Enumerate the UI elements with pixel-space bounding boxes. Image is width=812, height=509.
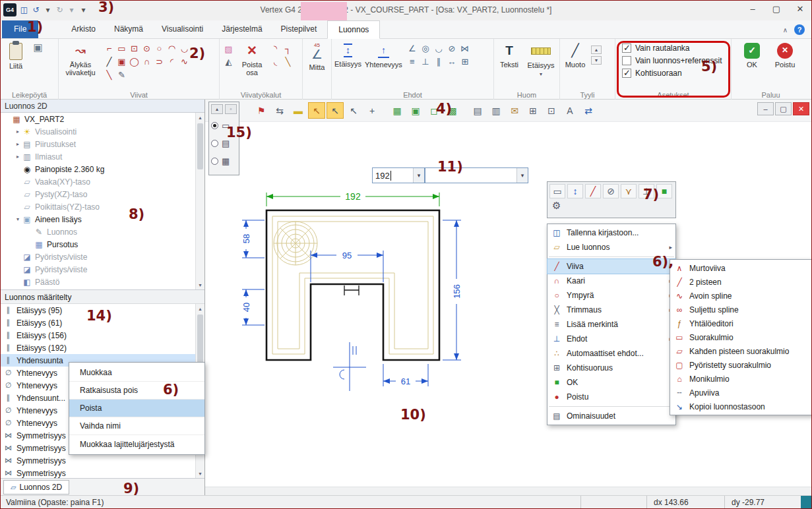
constraint-item[interactable]: ⋈ Symmetrisyys [1,467,195,478]
spin-down-button[interactable]: ▼ [591,56,602,65]
context-menu-item[interactable]: ● Poistu [547,390,675,404]
canvas-toolbar-icon[interactable]: ⇆ [271,102,288,119]
submenu-item[interactable]: ╌ Apuviiva [670,386,811,400]
constraint-icon[interactable]: ≡ [406,57,418,67]
constraint-icon[interactable]: ↔ [445,57,458,67]
app-logo-icon[interactable]: G4 [3,3,16,16]
radio-icon[interactable] [211,140,218,147]
child-restore-button[interactable]: ▢ [775,102,792,115]
line-tool-icon[interactable]: ⊡ [128,44,141,53]
tree-item[interactable]: ◪ Pyöristys/viiste [1,263,195,276]
context-menu-item[interactable]: ∩ Kaari ▸ [547,274,675,288]
qat-icon[interactable]: ↺ [31,5,41,15]
dimension-button[interactable]: Etäisyys ▾ [525,42,557,78]
line-tool-icon[interactable]: ∩ [141,57,153,67]
floating-toolbar-icon[interactable]: ▭ [549,184,565,198]
scroll-down-icon[interactable] [196,469,204,478]
qat-icon[interactable]: ↻ [55,5,65,15]
qat-icon[interactable]: ◫ [19,5,29,15]
line-tool-icon[interactable]: ◯ [128,57,141,67]
floating-toolbar-icon[interactable]: ╱ [585,184,601,198]
line-tool-icon[interactable]: ⊃ [153,57,166,67]
canvas-toolbar-icon[interactable]: A [561,102,578,119]
corner-tool-icon[interactable]: ┐ [282,44,294,53]
canvas-toolbar-icon[interactable]: ⊞ [524,102,542,119]
corner-tool-icon[interactable]: ◟ [269,57,282,67]
context-menu-item[interactable]: ╳ Trimmaus ▸ [547,303,675,317]
measure-button[interactable]: 45 ∠ Mitta [305,42,330,71]
menu-item[interactable]: Visualisointi [152,20,212,38]
constraint-icon[interactable]: ⋈ [458,44,471,53]
spin-up-button[interactable]: ▲ [591,45,602,54]
canvas-toolbar-icon[interactable]: ↖ [308,102,325,119]
qat-icon[interactable]: ▾ [43,5,53,15]
maximize-button[interactable]: ▢ [770,4,782,14]
tree-item[interactable]: ▱ Pysty(XZ)-taso [1,188,195,200]
combo-dropdown-icon[interactable] [413,168,424,183]
constraint-icon[interactable]: ⊥ [419,57,431,67]
tree-item[interactable]: ▸ ☀ Visualisointi [1,125,195,138]
qat-icon[interactable]: ▾ [78,5,88,15]
settings-checkbox[interactable]: Vain rautalanka [622,42,690,54]
constraint-icon[interactable]: ∥ [432,57,445,67]
exit-button[interactable]: ✕ Poistu [772,42,797,69]
linetool-icon[interactable]: ◭ [222,57,235,67]
submenu-item[interactable]: ∧ Murtoviiva [670,261,811,275]
expand-chevron-icon[interactable]: ▾ [14,216,22,222]
canvas-toolbar-icon[interactable]: ⇄ [580,102,597,119]
line-tool-icon[interactable]: ◜ [166,57,178,67]
scroll-thumb[interactable] [197,123,203,169]
context-menu-item[interactable]: Ratkaisusta pois [69,382,204,400]
canvas-toolbar-icon[interactable]: ▥ [487,102,505,119]
submenu-item[interactable]: ▭ Suorakulmio [670,330,811,344]
tab-luonnos[interactable]: Luonnos [327,20,380,39]
submenu-item[interactable]: ╱ 2 pisteen [670,275,811,289]
canvas-toolbar-icon[interactable]: + [363,102,381,119]
line-tool-icon[interactable]: ⌐ [103,44,115,53]
collapse-ribbon-icon[interactable]: ∧ [783,26,788,34]
corner-tool-icon[interactable]: ╲ [282,57,294,67]
dimension-value[interactable]: 192 [375,171,390,181]
tree-item[interactable]: ▸ ▤ Piirustukset [1,138,195,150]
help-icon[interactable]: ? [794,24,805,35]
canvas-horizontal-scrollbar[interactable] [205,487,811,495]
child-minimize-button[interactable]: – [757,102,774,115]
qat-icon[interactable]: ▾ [67,5,77,15]
coincident-constraint-button[interactable]: ↑ Yhtenevyys [365,42,402,69]
line-tool-icon[interactable]: ◠ [166,44,178,53]
submenu-item[interactable]: ▱ Kahden pisteen suorakulmio [670,344,811,358]
menu-item[interactable]: Näkymä [105,20,152,38]
tree-item[interactable]: ▦ VX_PART2 [1,113,195,125]
context-menu-item[interactable]: ○ Ympyrä ▸ [547,288,675,303]
submenu-item[interactable]: ⌂ Monikulmio [670,372,811,386]
floating-toolbar-icon[interactable]: ⋎ [621,184,637,198]
context-menu-item[interactable]: ≡ Lisää merkintä [547,317,675,332]
submenu-item[interactable]: ƒ Yhtälöeditori [670,316,811,330]
expand-chevron-icon[interactable]: ▸ [14,129,22,135]
canvas-toolbar-icon[interactable]: ▦ [389,102,406,119]
canvas-toolbar-icon[interactable]: ⚑ [253,102,270,119]
tree-item[interactable]: ▦ Pursotus [1,238,195,251]
menu-item[interactable]: Järjestelmä [212,20,271,38]
tree-item[interactable]: ◪ Pyöristys/viiste [1,251,195,263]
close-button[interactable]: ✕ [794,4,806,14]
tree-item[interactable]: ▱ Poikittais(YZ)-taso [1,200,195,213]
line-tool-icon[interactable]: ╱ [103,57,115,67]
shape-button[interactable]: ╱ Muoto [563,42,588,69]
dimension-value-combo[interactable]: 192 [372,167,425,183]
line-tool-icon[interactable]: ✎ [115,70,128,80]
ok-button[interactable]: ✓ OK [739,42,765,69]
submenu-item[interactable]: ∞ Suljettu spline [670,303,811,316]
floating-toolbar-icon[interactable]: ↕ [567,184,583,198]
constraint-icon[interactable]: ◎ [419,44,431,53]
tree-item[interactable]: ◉ Painopiste 2.360 kg [1,163,195,175]
menu-item[interactable]: Pistepilvet [272,20,327,38]
context-menu-item[interactable]: ▱ Lue luonnos ▸ [547,240,675,254]
tree-item[interactable]: ▾ ▣ Aineen lisäys [1,213,195,225]
remove-segment-button[interactable]: ✕ Poista osa [238,42,266,77]
child-close-button[interactable]: ✕ [793,102,809,115]
line-tool-icon[interactable]: ○ [153,44,166,53]
constraint-icon[interactable]: ⊞ [458,57,471,67]
canvas-toolbar-icon[interactable]: ▬ [290,102,307,119]
mini-toolbar-button[interactable]: ▴ [211,104,223,114]
